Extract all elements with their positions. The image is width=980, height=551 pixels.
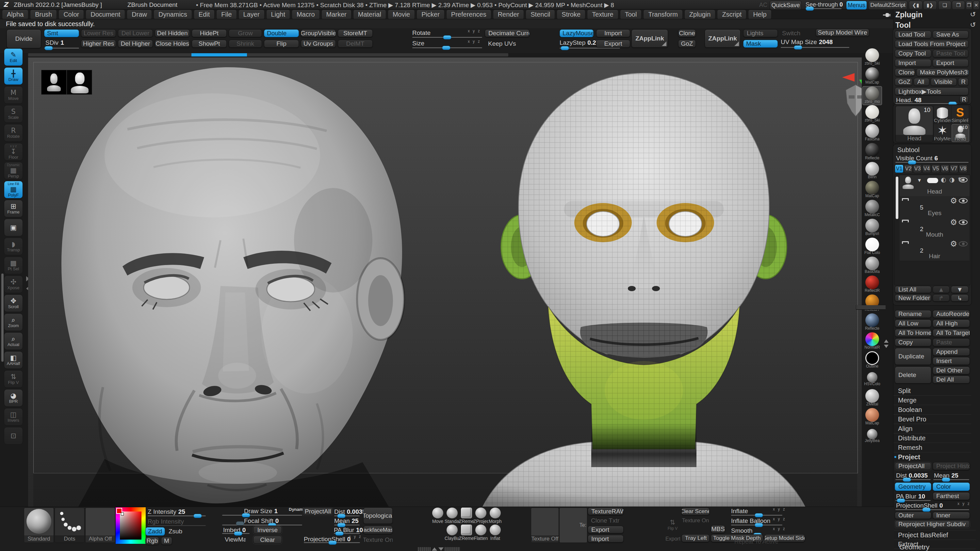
brush-preset[interactable]: ClayBuil (445, 524, 459, 541)
clear-button[interactable]: Clear (253, 536, 282, 544)
draw-size-track[interactable] (222, 515, 302, 516)
dock-tool-button[interactable]: x y z ↧ Floor (4, 143, 23, 160)
sdiv-thumb[interactable] (45, 46, 53, 50)
smt-button[interactable]: Smt (44, 29, 79, 37)
color-picker[interactable] (115, 507, 146, 544)
subtool-expand-icon[interactable]: ▾ (918, 176, 921, 183)
brush-preset[interactable]: ZRemes (459, 524, 474, 541)
dock-tool-button[interactable]: ╋ Draw (4, 67, 23, 85)
close-holes-button[interactable]: Close Holes (155, 40, 190, 48)
folder-visibility-eye-icon[interactable] (959, 220, 967, 225)
canvas-viewport[interactable] (28, 57, 862, 507)
subtool-visibility-tab[interactable]: V6 (940, 165, 949, 173)
clone-txtr-button[interactable]: Clone Txtr (588, 517, 624, 524)
subtool-visibility-tab[interactable]: V8 (959, 165, 967, 173)
grow-button[interactable]: Grow (229, 29, 262, 37)
material-thumb[interactable]: BumpVi (862, 219, 882, 238)
inflate-balloon-thumb[interactable] (755, 523, 763, 527)
visible-count-track[interactable] (896, 162, 969, 163)
material-thumb[interactable]: MetalicC (862, 200, 882, 219)
menu-item[interactable]: Transform (643, 10, 682, 20)
material-thumb[interactable]: BasicMa (862, 257, 882, 275)
sculpted-head-model[interactable] (29, 57, 439, 507)
menu-item[interactable]: Layer (239, 10, 265, 20)
shelf-collapse-right-icon[interactable]: ▮❯ (923, 1, 937, 10)
load-tool-button[interactable]: Load Tool (895, 31, 931, 38)
project-color-button[interactable]: Color (932, 483, 970, 491)
subtool-list-scrollbar[interactable] (896, 176, 898, 219)
mean-thumb[interactable] (942, 478, 950, 482)
bottom-project-all-button[interactable]: ProjectAll (303, 508, 333, 515)
dock-tool-button[interactable]: ◧ AAHalf (4, 351, 23, 369)
material-shelf-scrollbar[interactable] (856, 305, 886, 310)
inflate-thumb[interactable] (755, 513, 763, 518)
project-geometry-button[interactable]: Geometry (895, 483, 931, 491)
material-thumb[interactable]: JellyBea (862, 427, 882, 446)
texture-off-thumb[interactable]: Texture Off (531, 508, 559, 543)
all-low-button[interactable]: All Low (895, 319, 931, 327)
store-mt-button[interactable]: StoreMT (338, 29, 373, 37)
menu-item[interactable]: Document (86, 10, 125, 20)
group-visible-button[interactable]: GroupVisible (301, 29, 336, 37)
menu-item[interactable]: Brush (30, 10, 57, 20)
tool-reset-icon[interactable]: ↺ (970, 21, 976, 29)
m-button[interactable]: M (161, 537, 172, 545)
tool-section-row[interactable]: Remesh (893, 443, 971, 453)
menu-item[interactable]: Dynamics (154, 10, 192, 20)
folder-gear-icon[interactable]: ⚙ (950, 240, 957, 248)
dock-tool-button[interactable]: ⊞ Frame (4, 200, 23, 218)
material-thumb[interactable]: MatCap (862, 181, 882, 200)
material-scroll-down-icon[interactable] (884, 345, 889, 348)
menu-item[interactable]: Preferences (446, 10, 491, 20)
brush-shelf-scrollbar-right[interactable] (444, 547, 461, 551)
inverse-button[interactable]: Inverse (253, 526, 282, 534)
tool-section-row[interactable]: Distribute (893, 433, 971, 443)
goz-visible-button[interactable]: Visible (931, 78, 957, 86)
size-thumb[interactable] (442, 46, 450, 50)
dist-thumb[interactable] (902, 478, 911, 482)
subtool-folder-hair[interactable]: 2 ⚙ Hair (900, 239, 970, 261)
material-thumb[interactable]: zbro_Ski (862, 105, 882, 124)
del-mt-button[interactable]: DelMT (338, 40, 373, 48)
visible-count-thumb[interactable] (908, 160, 916, 165)
dock-tool-button[interactable]: ⌕ Zoom (4, 313, 23, 331)
hidept-button[interactable]: HidePt (192, 29, 227, 37)
all-to-home-button[interactable]: All To Home (895, 329, 931, 337)
list-all-button[interactable]: List All (895, 286, 931, 293)
brush-preset[interactable]: Standar (445, 507, 459, 524)
menu-item[interactable]: Picker (417, 10, 445, 20)
del-all-button[interactable]: Del All (932, 376, 970, 384)
rename-button[interactable]: Rename (895, 310, 931, 318)
subtool-item-head[interactable]: ▾ ◐ ◑ ✎ Head (900, 175, 970, 197)
material-thumb[interactable]: zbro_mo (862, 86, 882, 105)
tool-import-button[interactable]: Import (895, 59, 931, 67)
rgb-intensity-track[interactable] (148, 525, 206, 526)
project-basrelief-section-row[interactable]: Project BasRelief (893, 530, 976, 540)
zplugin-header[interactable]: Zplugin (896, 10, 923, 19)
brush-shelf-up-icon[interactable] (432, 548, 437, 551)
material-thumb[interactable]: NormalR (862, 332, 882, 351)
folder-visibility-eye-icon[interactable] (959, 241, 967, 246)
paste-tool-button[interactable]: Paste Tool (932, 49, 969, 57)
menu-item[interactable]: Macro (292, 10, 320, 20)
project-section-row[interactable]: • Project (893, 453, 971, 462)
polypaint-on-icon[interactable] (927, 178, 938, 183)
subtool-folder-eyes[interactable]: 5 ⚙ Eyes (900, 196, 970, 218)
backface-mask-button[interactable]: BackfaceMask (363, 526, 393, 534)
divide-button[interactable]: Divide (6, 29, 41, 48)
tray-left-button[interactable]: Tray Left (681, 534, 710, 542)
menu-item[interactable]: Draw (127, 10, 152, 20)
draw-size-thumb[interactable] (242, 513, 250, 518)
menu-item[interactable]: Marker (321, 10, 352, 20)
brush-shelf-down-icon[interactable] (438, 548, 444, 551)
viewmask-button[interactable]: ViewMask (221, 536, 246, 543)
goz-all-button[interactable]: All (914, 78, 929, 86)
all-to-target-button[interactable]: All To Target (932, 329, 970, 337)
menu-item[interactable]: Alpha (2, 10, 29, 20)
clone-button[interactable]: Clone (678, 29, 696, 37)
mbs-button[interactable]: MBS (711, 525, 725, 533)
material-thumb[interactable]: Reflecte (862, 313, 882, 332)
import-button[interactable]: Import (596, 29, 630, 37)
subtool-visibility-tab[interactable]: V7 (950, 165, 958, 173)
shelf-collapse-left-icon[interactable]: ❮▮ (909, 1, 923, 10)
